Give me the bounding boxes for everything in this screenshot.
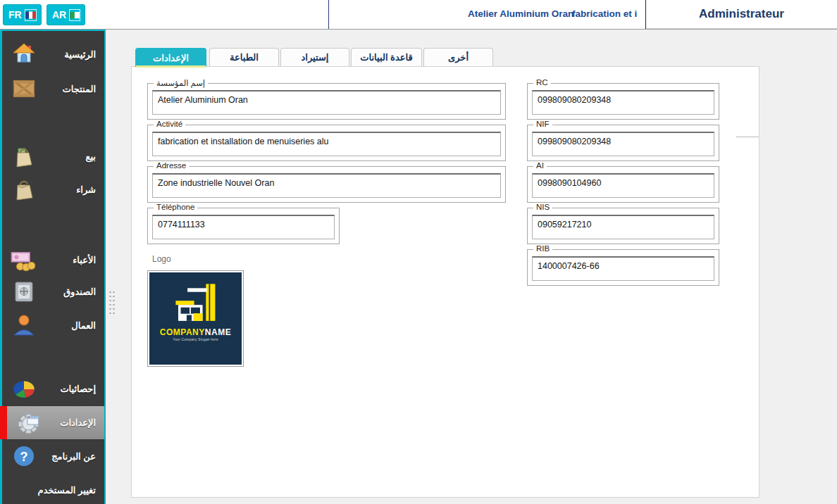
sidebar-item-label: إحصائيات <box>60 384 96 394</box>
header-divider <box>328 0 329 29</box>
building-logo-icon <box>170 282 221 326</box>
sidebar-item-cashbox[interactable]: الصندوق <box>2 275 104 308</box>
address-label: Adresse <box>154 161 189 170</box>
sidebar-item-label: تغيير المستخدم <box>38 485 96 496</box>
tab-database[interactable]: قاعدة البيانات <box>351 48 422 66</box>
current-user-box: Administrateur <box>646 0 837 29</box>
sidebar-item-workers[interactable]: العمال <box>2 308 104 342</box>
sidebar-item-products[interactable]: المنتجات <box>2 72 104 106</box>
buy-bag-icon <box>11 176 37 203</box>
address-input[interactable]: Zone industrielle Nouvel Oran <box>152 173 501 198</box>
person-icon <box>11 312 37 339</box>
sidebar-item-change-user[interactable]: تغيير المستخدم <box>2 473 104 504</box>
sidebar-item-label: المنتجات <box>62 84 96 94</box>
sidebar-item-label: الأعباء <box>73 255 96 265</box>
france-flag-icon <box>25 10 36 20</box>
ai-label: AI <box>533 161 547 170</box>
rc-input[interactable]: 099809080209348 <box>532 90 714 115</box>
money-icon <box>11 246 37 273</box>
sidebar-item-label: العمال <box>71 320 96 331</box>
nif-label: NIF <box>533 120 552 128</box>
logo-canvas: COMPANYNAME Your Company Slogan here <box>149 272 242 365</box>
phone-group: Téléphone 0774111133 <box>147 208 340 244</box>
ai-group: AI 0998090104960 <box>527 166 719 203</box>
tab-import[interactable]: إستيراد <box>280 48 349 66</box>
crate-icon <box>11 75 37 102</box>
sidebar-item-label: شراء <box>76 184 96 195</box>
sidebar-splitter-handle[interactable] <box>108 290 116 317</box>
activity-label: Activité <box>154 120 185 128</box>
sidebar-item-statistics[interactable]: إحصائيات <box>2 372 104 405</box>
language-ar-label: AR <box>52 9 66 20</box>
sidebar-item-home[interactable]: الرئيسية <box>2 37 104 71</box>
language-ar-button[interactable]: AR <box>46 4 85 25</box>
settings-tab-page: إسم المؤسسة Atelier Aluminium Oran Activ… <box>131 66 760 498</box>
sidebar-item-label: الصندوق <box>63 286 96 297</box>
company-name-input[interactable]: Atelier Aluminium Oran <box>152 90 501 115</box>
ai-input[interactable]: 0998090104960 <box>532 173 714 198</box>
tab-other[interactable]: أخرى <box>423 48 493 66</box>
rib-group: RIB 1400007426-66 <box>527 249 719 286</box>
language-fr-button[interactable]: FR <box>3 4 42 25</box>
sidebar-item-buy[interactable]: شراء <box>2 172 104 206</box>
header-company-name: Atelier Aluminium Oran <box>468 8 574 19</box>
algeria-flag-icon <box>70 10 80 20</box>
svg-text:?: ? <box>20 450 28 464</box>
nif-input[interactable]: 099809080209348 <box>532 132 714 156</box>
company-name-group: إسم المؤسسة Atelier Aluminium Oran <box>147 83 506 120</box>
rib-input[interactable]: 1400007426-66 <box>532 256 714 281</box>
sidebar-item-label: عن البرنامج <box>51 451 96 462</box>
phone-label: Téléphone <box>154 203 197 211</box>
sidebar-item-about[interactable]: ? عن البرنامج <box>2 439 104 473</box>
sidebar-item-label: الرئيسية <box>64 49 96 60</box>
sidebar-item-label: الإعدادات <box>60 417 96 428</box>
safe-icon <box>11 278 37 305</box>
activity-group: Activité fabrication et installation de … <box>147 125 506 161</box>
nis-label: NIS <box>533 203 552 211</box>
no-icon <box>11 477 37 503</box>
rib-label: RIB <box>533 244 552 253</box>
phone-input[interactable]: 0774111133 <box>152 215 335 239</box>
nif-group: NIF 099809080209348 <box>527 125 719 161</box>
question-icon: ? <box>11 443 37 470</box>
logo-slogan: Your Company Slogan here <box>173 338 218 341</box>
pie-chart-icon <box>11 375 37 402</box>
tab-printing[interactable]: الطباعة <box>209 48 279 66</box>
rc-label: RC <box>533 78 551 87</box>
top-bar: FR AR Atelier Aluminium Oran fabrication… <box>0 0 837 30</box>
rc-group: RC 099809080209348 <box>527 83 719 120</box>
sell-bag-icon <box>11 143 37 170</box>
logo-company-name: COMPANYNAME <box>160 327 231 337</box>
logo-label: Logo <box>152 254 171 264</box>
partial-groupbox-border <box>736 137 760 137</box>
nis-input[interactable]: 09059217210 <box>532 215 714 239</box>
current-user-label: Administrateur <box>699 7 784 21</box>
sidebar-item-settings[interactable]: الإعدادات <box>7 406 104 439</box>
activity-input[interactable]: fabrication et installation de menuiseri… <box>152 132 501 156</box>
company-name-label: إسم المؤسسة <box>154 78 208 88</box>
sidebar-item-expenses[interactable]: الأعباء <box>2 243 104 277</box>
header-company-activity: fabrication et i <box>572 8 637 19</box>
nis-group: NIS 09059217210 <box>527 208 719 244</box>
home-icon <box>11 41 37 68</box>
address-group: Adresse Zone industrielle Nouvel Oran <box>147 166 506 203</box>
sidebar: الرئيسية المنتجات بيع شراء الأعباء <box>0 30 106 504</box>
partial-groupbox-border-vertical <box>759 137 760 493</box>
gear-icon <box>16 410 42 436</box>
logo-image[interactable]: COMPANYNAME Your Company Slogan here <box>147 270 244 367</box>
sidebar-item-label: بيع <box>86 151 96 162</box>
selected-item-indicator <box>0 406 7 439</box>
app-window: FR AR Atelier Aluminium Oran fabrication… <box>0 0 837 504</box>
language-fr-label: FR <box>8 9 22 20</box>
tab-settings[interactable]: الإعدادات <box>135 48 206 67</box>
sidebar-item-sell[interactable]: بيع <box>2 139 104 173</box>
